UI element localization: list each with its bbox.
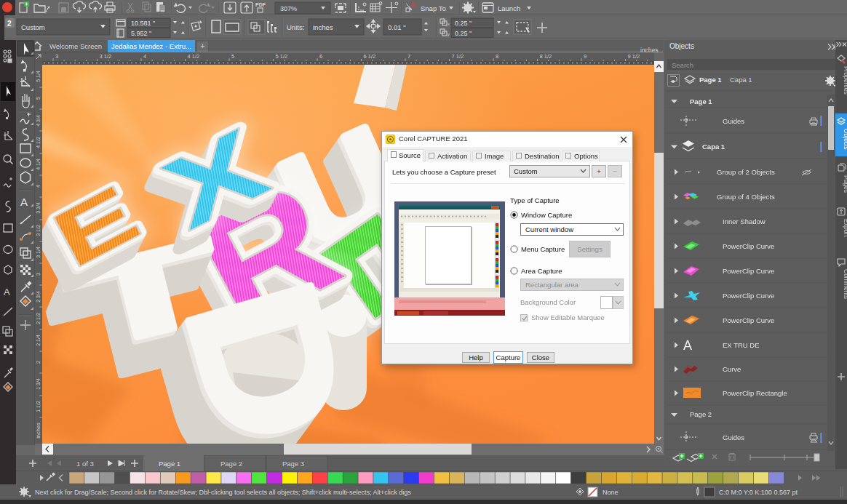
svg-text:307%: 307% xyxy=(280,5,297,12)
svg-text:0.01 ": 0.01 " xyxy=(388,23,406,31)
svg-text:Properties: Properties xyxy=(843,66,847,95)
svg-text:C:0 M:0 Y:0 K:100 0.567 pt: C:0 M:0 Y:0 K:100 0.567 pt xyxy=(719,489,798,496)
svg-text:4: 4 xyxy=(36,185,41,188)
svg-text:A: A xyxy=(4,287,10,297)
svg-text:PowerClip Curve: PowerClip Curve xyxy=(723,316,774,324)
svg-text:y: y xyxy=(448,32,450,36)
svg-text:1 of 3: 1 of 3 xyxy=(76,460,94,468)
svg-text:Curve: Curve xyxy=(723,365,741,373)
svg-text:PowerClip Curve: PowerClip Curve xyxy=(723,267,774,275)
svg-text:3 3/4: 3 3/4 xyxy=(36,202,41,214)
svg-text:inches: inches xyxy=(35,423,41,439)
svg-text:Units:: Units: xyxy=(287,23,304,31)
svg-text:8: 8 xyxy=(496,53,498,60)
svg-text:5.952 ": 5.952 " xyxy=(131,30,151,37)
svg-text:Page 2: Page 2 xyxy=(690,410,712,418)
svg-text:0.25 ": 0.25 " xyxy=(455,30,472,37)
svg-text:Custom: Custom xyxy=(21,23,45,31)
svg-text:5: 5 xyxy=(231,53,234,60)
svg-text:Group of 4 Objects: Group of 4 Objects xyxy=(717,193,775,201)
svg-text:7: 7 xyxy=(407,53,410,60)
svg-text:3: 3 xyxy=(55,53,58,60)
svg-text:3 1/4: 3 1/4 xyxy=(36,247,41,258)
svg-text:2 3/4: 2 3/4 xyxy=(36,291,41,303)
svg-text:4: 4 xyxy=(143,53,146,60)
svg-text:Guides: Guides xyxy=(723,433,744,441)
svg-text:Launch: Launch xyxy=(498,4,520,12)
svg-text:1 1/2: 1 1/2 xyxy=(36,401,41,412)
svg-text:4 3/4: 4 3/4 xyxy=(36,115,41,127)
svg-text:3: 3 xyxy=(36,273,41,276)
svg-text:6: 6 xyxy=(319,53,322,60)
svg-text:3 1/2: 3 1/2 xyxy=(100,53,112,60)
svg-text:Page 2: Page 2 xyxy=(220,460,242,468)
svg-text:x: x xyxy=(448,22,450,26)
svg-text:4 1/4: 4 1/4 xyxy=(36,159,41,170)
svg-text:9 1/2: 9 1/2 xyxy=(628,53,640,60)
svg-text:4 1/2: 4 1/2 xyxy=(36,137,41,148)
svg-text:EX TRU DE: EX TRU DE xyxy=(723,341,760,349)
svg-text:Page 3: Page 3 xyxy=(282,460,304,468)
svg-text:5: 5 xyxy=(36,97,41,100)
svg-text:None: None xyxy=(603,489,619,496)
svg-text:inches: inches xyxy=(313,23,333,31)
svg-text:7 1/2: 7 1/2 xyxy=(452,53,464,60)
svg-text:Page 1: Page 1 xyxy=(690,97,712,105)
svg-text:3 1/2: 3 1/2 xyxy=(36,225,41,236)
svg-text:Group of 2 Objects: Group of 2 Objects xyxy=(717,168,775,176)
svg-text:9: 9 xyxy=(584,53,586,60)
svg-text:2: 2 xyxy=(36,361,41,364)
svg-text:Page 1: Page 1 xyxy=(159,460,180,468)
svg-text:Capa 1: Capa 1 xyxy=(702,143,725,151)
svg-text:6 1/2: 6 1/2 xyxy=(364,53,376,60)
svg-text:2: 2 xyxy=(7,20,12,28)
svg-text:PowerClip Curve: PowerClip Curve xyxy=(723,242,774,250)
svg-text:Objects: Objects xyxy=(843,129,847,150)
svg-text:Next click for Drag/Scale; Sec: Next click for Drag/Scale; Second click … xyxy=(35,489,411,496)
svg-text:Export: Export xyxy=(843,219,847,237)
svg-text:PDF: PDF xyxy=(255,2,266,7)
svg-text:2 1/4: 2 1/4 xyxy=(36,335,41,346)
svg-text:A: A xyxy=(20,196,28,208)
svg-text:A: A xyxy=(683,338,692,353)
svg-text:5 1/2: 5 1/2 xyxy=(276,53,288,60)
svg-text:PowerClip Rectangle: PowerClip Rectangle xyxy=(723,389,787,397)
svg-text:Inner Shadow: Inner Shadow xyxy=(723,217,766,225)
svg-text:PowerClip Curve: PowerClip Curve xyxy=(723,292,774,300)
svg-text:Guides: Guides xyxy=(723,117,744,125)
svg-text:Comments: Comments xyxy=(843,269,847,299)
svg-text:8 1/2: 8 1/2 xyxy=(540,53,552,60)
svg-text:4 1/2: 4 1/2 xyxy=(188,53,200,60)
svg-text:Snap To: Snap To xyxy=(421,4,446,12)
svg-text:0.25 ": 0.25 " xyxy=(455,20,472,27)
svg-text:10.581 ": 10.581 " xyxy=(131,20,155,27)
svg-text:5 1/4: 5 1/4 xyxy=(36,71,41,82)
svg-text:Pages: Pages xyxy=(843,175,847,193)
svg-text:1 3/4: 1 3/4 xyxy=(36,378,41,390)
svg-text:2 1/2: 2 1/2 xyxy=(36,313,41,324)
